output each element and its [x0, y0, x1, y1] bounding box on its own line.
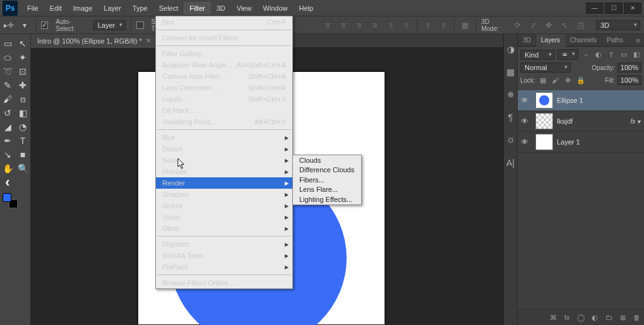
3d-icon[interactable]: ⤢ — [528, 20, 539, 31]
menu-3d[interactable]: 3D — [211, 2, 231, 15]
submenu-item-fibers-[interactable]: Fibers... — [293, 175, 361, 185]
menu-item-sharpen[interactable]: Sharpen — [156, 189, 292, 200]
panel-tab-3d[interactable]: 3D — [518, 34, 536, 47]
link-layers-icon[interactable]: ⌘ — [548, 312, 558, 322]
heal-tool[interactable]: ✚ — [15, 78, 30, 92]
brush-tool[interactable]: 🖌 — [0, 92, 15, 106]
menu-item-lens-correction-[interactable]: Lens Correction...Shift+Ctrl+R — [156, 82, 292, 93]
stamp-tool[interactable]: ⧈ — [15, 92, 30, 106]
distribute-icon[interactable]: ⫴ — [422, 20, 433, 31]
3d-icon[interactable]: ◳ — [575, 20, 586, 31]
styles-panel-icon[interactable]: ¶ — [504, 111, 517, 124]
swatches-panel-icon[interactable]: ▦ — [504, 66, 517, 78]
submenu-item-lens-flare-[interactable]: Lens Flare... — [293, 185, 361, 195]
auto-select-checkbox[interactable] — [41, 21, 48, 29]
distribute-icon[interactable]: ⫴ — [401, 20, 412, 31]
delete-layer-icon[interactable]: 🗑 — [631, 312, 641, 322]
menu-file[interactable]: File — [21, 2, 44, 15]
tool-preset-dropdown[interactable]: ▾ — [20, 20, 30, 31]
align-icon[interactable]: ≡ — [354, 20, 365, 31]
gradient-tool[interactable]: ◢ — [0, 120, 15, 134]
menu-edit[interactable]: Edit — [44, 2, 68, 15]
arrow-tool[interactable]: ↖ — [15, 37, 30, 50]
layer-row[interactable]: 👁lksjdffx ▾ — [518, 111, 644, 132]
color-panel-icon[interactable]: ◑ — [504, 43, 517, 56]
panel-tab-paths[interactable]: Paths — [602, 34, 628, 47]
visibility-icon[interactable]: 👁 — [518, 117, 532, 126]
3d-icon[interactable]: ⤡ — [559, 20, 570, 31]
marquee-tool[interactable]: ⬭ — [0, 50, 15, 64]
menu-item-pixplant[interactable]: PixPlant — [156, 261, 292, 273]
menu-item-stylize[interactable]: Stylize — [156, 200, 292, 211]
layer-name[interactable]: Layer 1 — [557, 138, 644, 146]
menu-item-convert-for-smart-filters[interactable]: Convert for Smart Filters — [156, 32, 292, 44]
new-group-icon[interactable]: 🗀 — [604, 312, 614, 322]
zoom-tool[interactable]: 🔍 — [15, 162, 30, 175]
visibility-icon[interactable]: 👁 — [518, 96, 532, 105]
document-tab[interactable]: Intro @ 100% (Ellipse 1, RGB/8) * ✕ — [31, 34, 157, 48]
character-panel-icon[interactable]: ⛭ — [504, 134, 517, 146]
menu-window[interactable]: Window — [257, 2, 293, 15]
menu-view[interactable]: View — [231, 2, 258, 15]
distribute-icon[interactable]: ⫴ — [438, 20, 449, 31]
lock-transparent-icon[interactable]: ▦ — [538, 75, 548, 85]
menu-filter[interactable]: Filter — [184, 2, 210, 15]
menu-select[interactable]: Select — [153, 2, 184, 15]
3d-icon[interactable]: ⟳ — [512, 20, 523, 31]
auto-select-dropdown[interactable]: Layer — [93, 20, 126, 30]
menu-help[interactable]: Help — [294, 2, 319, 15]
submenu-item-clouds[interactable]: Clouds — [293, 155, 361, 165]
paragraph-panel-icon[interactable]: A| — [504, 157, 517, 169]
menu-item-browse-filters-online-[interactable]: Browse Filters Online... — [156, 277, 292, 288]
wand-tool[interactable]: ✦ — [15, 50, 30, 64]
workspace-dropdown[interactable]: 3D — [596, 20, 640, 30]
panel-tab-channels[interactable]: Channels — [565, 34, 602, 47]
filter-smart-icon[interactable]: ◧ — [631, 50, 641, 60]
panel-tab-layers[interactable]: Layers — [536, 34, 565, 47]
maximize-button[interactable]: ☐ — [605, 3, 623, 14]
submenu-item-lighting-effects-[interactable]: Lighting Effects... — [293, 194, 361, 204]
dodge-tool[interactable]: ◔ — [15, 120, 30, 134]
layer-row[interactable]: 👁Ellipse 1 — [518, 90, 644, 111]
menu-item-vanishing-point-[interactable]: Vanishing Point...Alt+Ctrl+V — [156, 116, 292, 127]
lasso-tool[interactable]: ➰ — [0, 64, 15, 78]
visibility-icon[interactable]: 👁 — [518, 138, 532, 146]
menu-item-camera-raw-filter-[interactable]: Camera Raw Filter...Shift+Ctrl+A — [156, 71, 292, 82]
blend-mode-dropdown[interactable]: Normal — [520, 62, 571, 73]
minimize-button[interactable]: — — [586, 3, 604, 14]
menu-item-noise[interactable]: Noise — [156, 155, 292, 166]
new-layer-icon[interactable]: ⊞ — [617, 312, 628, 322]
fill-field[interactable]: 100% — [617, 75, 641, 85]
menu-item-other[interactable]: Other — [156, 223, 292, 234]
kind-dropdown[interactable]: ≑ — [558, 49, 578, 60]
filter-type-icon[interactable]: T — [606, 50, 616, 60]
color-swatch[interactable] — [3, 193, 18, 208]
fx-badge[interactable]: fx ▾ — [626, 118, 644, 125]
type-tool[interactable]: T — [15, 134, 30, 148]
menu-image[interactable]: Image — [68, 2, 98, 15]
history-tool[interactable]: ↺ — [0, 106, 15, 120]
crop-tool[interactable]: ⊡ — [15, 64, 30, 78]
opacity-field[interactable]: 100% — [617, 62, 641, 73]
move-tool[interactable]: ▭ — [0, 37, 15, 50]
new-fill-icon[interactable]: ◐ — [590, 312, 600, 322]
filter-pixel-icon[interactable]: ▫ — [581, 50, 591, 60]
menu-layer[interactable]: Layer — [98, 2, 127, 15]
menu-item-filter-gallery-[interactable]: Filter Gallery... — [156, 48, 292, 59]
align-icon[interactable]: ≡ — [323, 20, 333, 31]
menu-item-liquify-[interactable]: Liquify...Shift+Ctrl+X — [156, 93, 292, 105]
layer-name[interactable]: Ellipse 1 — [557, 97, 644, 104]
lock-image-icon[interactable]: 🖌 — [551, 75, 561, 85]
3d-icon[interactable]: ✥ — [544, 20, 554, 31]
layer-row[interactable]: 👁Layer 1 — [518, 132, 644, 153]
close-icon[interactable]: ✕ — [146, 37, 151, 44]
menu-item-adaptive-wide-angle-[interactable]: Adaptive Wide Angle...Alt+Shift+Ctrl+A — [156, 59, 292, 71]
menu-type[interactable]: Type — [127, 2, 153, 15]
panel-menu-icon[interactable]: ≡ — [633, 37, 644, 44]
align-icon[interactable]: ≡ — [338, 20, 349, 31]
menu-item-video[interactable]: Video — [156, 211, 292, 223]
menu-item-oil-paint-[interactable]: Oil Paint... — [156, 105, 292, 116]
layer-style-icon[interactable]: fx — [562, 312, 572, 322]
show-transform-checkbox[interactable] — [136, 21, 143, 29]
hand-tool[interactable]: ✋ — [0, 162, 15, 175]
